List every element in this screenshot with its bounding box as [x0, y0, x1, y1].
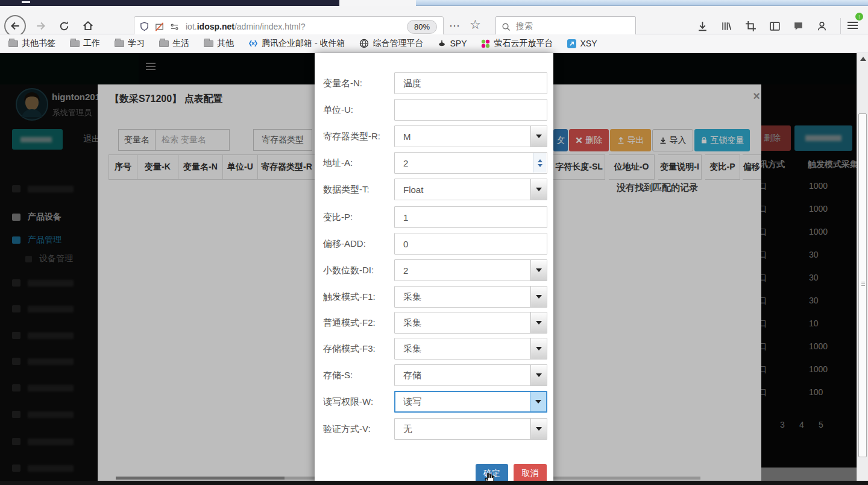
url-bar[interactable]: iot.idosp.net/admin/index.html? 80%: [134, 16, 444, 37]
scrollbar-thumb[interactable]: [858, 113, 867, 457]
bookmark-label: 腾讯企业邮箱 - 收件箱: [262, 38, 345, 49]
sidebar-toggle-icon[interactable]: [769, 21, 781, 32]
back-icon: [9, 20, 21, 32]
field-label: 验证方式-V:: [323, 423, 371, 435]
field-number[interactable]: 2: [394, 152, 547, 174]
blocked-content-icon[interactable]: [154, 22, 165, 32]
field-text[interactable]: 温度: [394, 72, 547, 94]
folder-shape: [159, 40, 169, 47]
forward-button[interactable]: [30, 15, 52, 37]
dropdown-arrow-icon[interactable]: [530, 126, 547, 147]
field-value: 温度: [403, 78, 421, 89]
home-button[interactable]: [77, 15, 99, 37]
field-select-focused[interactable]: 读写: [394, 391, 547, 413]
library-icon[interactable]: [721, 21, 732, 32]
shield-icon[interactable]: [139, 22, 149, 32]
field-select[interactable]: 采集: [394, 338, 547, 360]
field-text[interactable]: 1: [394, 206, 547, 228]
field-value: Float: [403, 185, 423, 195]
globe-icon: [359, 39, 369, 48]
message-bubble-icon[interactable]: [793, 21, 804, 32]
field-select[interactable]: 采集: [394, 286, 547, 308]
field-label: 变比-P:: [323, 212, 353, 223]
screenshot-icon[interactable]: [745, 21, 756, 32]
field-value: 无: [403, 423, 412, 435]
field-select[interactable]: M: [394, 125, 547, 147]
forward-icon: [35, 20, 47, 32]
triangle: [536, 347, 542, 350]
field-select[interactable]: Float: [394, 179, 547, 200]
bookmark-item[interactable]: 工作: [70, 38, 100, 49]
window-strip-blue: [416, 0, 868, 6]
field-label: 寄存器类型-R:: [323, 131, 380, 142]
triangle: [536, 135, 542, 138]
triangle: [536, 373, 542, 377]
url-text: iot.idosp.net/admin/index.html?: [186, 22, 305, 31]
bookmark-item[interactable]: SPY: [438, 39, 467, 48]
dropdown-arrow-icon[interactable]: [530, 179, 547, 200]
bookmark-item[interactable]: 学习: [115, 38, 145, 49]
spinner-up-icon[interactable]: [538, 159, 542, 162]
dropdown-arrow-icon[interactable]: [530, 260, 547, 281]
back-button[interactable]: [4, 15, 26, 37]
folder-icon: [70, 40, 80, 47]
vertical-scrollbar[interactable]: [857, 53, 868, 485]
window-bottom-edge: [0, 481, 868, 485]
field-text[interactable]: 0: [394, 233, 547, 255]
field-label: 普通模式-F2:: [323, 317, 376, 329]
reload-icon: [58, 21, 70, 32]
dropdown-arrow-icon[interactable]: [530, 338, 547, 359]
field-value: 1: [403, 212, 408, 223]
field-label: 偏移-ADD:: [323, 238, 366, 250]
field-select[interactable]: 无: [394, 418, 547, 440]
bookmark-item[interactable]: XSY: [567, 39, 597, 48]
bookmark-item[interactable]: 萤石云开放平台: [481, 38, 553, 49]
dropdown-arrow-icon[interactable]: [530, 312, 547, 333]
account-icon[interactable]: [816, 21, 828, 32]
dropdown-arrow-icon[interactable]: [530, 287, 547, 307]
scrollbar-grip: [861, 282, 865, 287]
number-spinner[interactable]: [533, 153, 546, 173]
bookmark-label: 其他书签: [22, 38, 55, 49]
bookmark-item[interactable]: 其他书签: [8, 38, 55, 49]
field-text[interactable]: [394, 99, 547, 121]
dropdown-arrow-icon[interactable]: [530, 392, 546, 411]
bookmark-item[interactable]: 其他: [204, 38, 234, 49]
downloads-icon[interactable]: [697, 21, 708, 32]
dropdown-arrow-icon[interactable]: [530, 419, 547, 439]
field-select[interactable]: 存储: [394, 364, 547, 386]
search-icon: [501, 22, 511, 32]
dropdown-arrow-icon[interactable]: [530, 365, 547, 385]
zoom-level-badge[interactable]: 80%: [407, 20, 437, 34]
field-value: 2: [403, 265, 408, 276]
folder-icon: [204, 40, 213, 47]
bookmark-label: SPY: [450, 39, 467, 48]
folder-shape: [70, 40, 80, 47]
tencent-mail-icon: [248, 39, 258, 48]
bookmark-label: 生活: [172, 38, 189, 49]
bookmark-label: XSY: [580, 39, 597, 48]
scroll-up-arrow-icon[interactable]: [860, 57, 866, 61]
bookmark-label: 学习: [128, 38, 145, 49]
search-input[interactable]: 搜索: [495, 16, 636, 37]
field-value: 采集: [403, 291, 421, 303]
bookmark-item[interactable]: 腾讯企业邮箱 - 收件箱: [248, 38, 345, 49]
bookmark-item[interactable]: 综合管理平台: [359, 38, 423, 49]
field-label: 单位-U:: [323, 104, 353, 116]
bookmark-star-icon[interactable]: ☆: [470, 17, 481, 32]
field-label: 小数位数-DI:: [323, 265, 374, 276]
folder-shape: [115, 40, 124, 47]
folder-shape: [8, 40, 18, 47]
bookmark-item[interactable]: 生活: [159, 38, 189, 49]
variable-edit-dialog: 变量名-N:温度单位-U:寄存器类型-R:M地址-A:2数据类型-T:Float…: [315, 53, 553, 485]
page-actions-icon[interactable]: ⋯: [449, 19, 461, 33]
permissions-icon[interactable]: [169, 22, 180, 32]
field-value: 采集: [403, 317, 421, 329]
reload-button[interactable]: [53, 15, 75, 37]
field-select[interactable]: 2: [394, 259, 547, 281]
field-label: 地址-A:: [323, 157, 353, 169]
field-value: 2: [403, 158, 408, 168]
menu-button[interactable]: [848, 22, 858, 31]
spinner-down-icon[interactable]: [538, 164, 542, 167]
field-select[interactable]: 采集: [394, 312, 547, 334]
